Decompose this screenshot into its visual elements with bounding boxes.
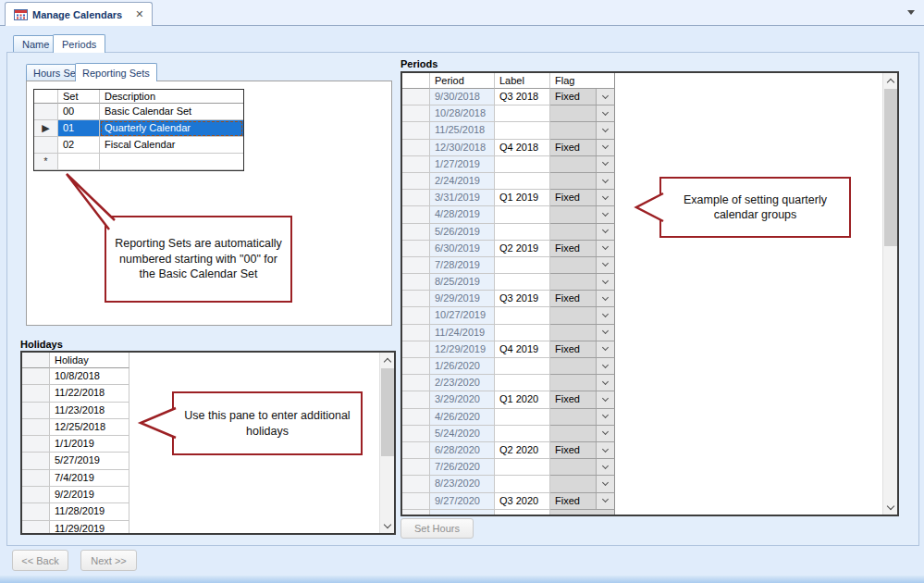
description-cell[interactable]: Fiscal Calendar xyxy=(100,137,243,154)
flag-dropdown-button[interactable] xyxy=(596,140,614,155)
period-cell[interactable]: 9/30/2018 xyxy=(430,89,495,105)
row-selector[interactable] xyxy=(402,426,430,442)
description-cell[interactable]: Quarterly Calendar xyxy=(100,120,243,137)
flag-dropdown-button[interactable] xyxy=(596,173,614,189)
flag-dropdown-button[interactable] xyxy=(596,122,614,138)
row-selector[interactable] xyxy=(402,325,430,341)
flag-cell[interactable]: Fixed xyxy=(550,190,615,206)
row-selector[interactable] xyxy=(402,241,430,257)
row-selector[interactable] xyxy=(402,307,430,324)
row-selector[interactable] xyxy=(402,105,430,122)
set-hours-button[interactable]: Set Hours xyxy=(400,518,474,539)
flag-dropdown-button[interactable] xyxy=(596,274,614,290)
column-header-label[interactable]: Label xyxy=(495,73,550,89)
tab-name[interactable]: Name xyxy=(13,35,58,52)
period-cell[interactable]: 7/26/2020 xyxy=(430,459,495,476)
scroll-up-button[interactable] xyxy=(883,73,898,88)
label-cell[interactable]: Q2 2020 xyxy=(495,442,550,459)
tab-overflow-icon[interactable] xyxy=(907,10,915,15)
row-selector[interactable] xyxy=(22,419,50,436)
row-selector[interactable] xyxy=(402,442,430,459)
flag-cell[interactable] xyxy=(550,426,615,442)
holiday-cell[interactable]: 12/25/2018 xyxy=(50,419,129,436)
column-header-holiday[interactable]: Holiday xyxy=(50,353,129,368)
label-cell[interactable] xyxy=(495,325,550,341)
row-selector[interactable] xyxy=(402,459,430,476)
label-cell[interactable] xyxy=(495,206,550,223)
flag-dropdown-button[interactable] xyxy=(596,426,614,441)
period-cell[interactable]: 11/25/2018 xyxy=(430,122,495,139)
period-cell[interactable]: 6/30/2019 xyxy=(430,241,495,257)
holiday-cell[interactable]: 10/8/2018 xyxy=(50,368,129,385)
row-selector[interactable] xyxy=(402,274,430,291)
holiday-cell[interactable]: 7/4/2019 xyxy=(50,470,129,487)
label-cell[interactable] xyxy=(495,274,550,291)
row-selector[interactable] xyxy=(402,206,430,223)
period-cell[interactable]: 4/26/2020 xyxy=(430,409,495,426)
period-cell[interactable]: 12/29/2019 xyxy=(430,341,495,358)
flag-dropdown-button[interactable] xyxy=(596,89,614,105)
period-cell[interactable]: 11/24/2019 xyxy=(430,325,495,341)
holiday-cell[interactable]: 5/27/2019 xyxy=(50,453,129,469)
flag-cell[interactable]: Fixed xyxy=(550,140,615,156)
period-cell[interactable]: 5/26/2019 xyxy=(430,224,495,241)
flag-dropdown-button[interactable] xyxy=(596,375,614,391)
holiday-cell[interactable]: 1/1/2019 xyxy=(50,436,129,453)
row-selector[interactable] xyxy=(402,122,430,139)
holiday-cell[interactable]: 9/2/2019 xyxy=(50,487,129,503)
flag-cell[interactable] xyxy=(550,459,615,476)
row-selector[interactable] xyxy=(402,493,430,510)
flag-cell[interactable] xyxy=(550,409,615,426)
column-header-flag[interactable]: Flag xyxy=(550,73,615,89)
label-cell[interactable] xyxy=(495,257,550,274)
flag-dropdown-button[interactable] xyxy=(596,493,614,509)
flag-cell[interactable] xyxy=(550,206,615,223)
holiday-cell[interactable]: 11/22/2018 xyxy=(50,385,129,402)
tab-periods[interactable]: Periods xyxy=(53,34,105,53)
set-cell[interactable] xyxy=(58,154,100,170)
flag-cell[interactable] xyxy=(550,358,615,375)
row-selector[interactable] xyxy=(402,291,430,307)
row-selector[interactable] xyxy=(402,375,430,391)
label-cell[interactable] xyxy=(495,224,550,241)
flag-dropdown-button[interactable] xyxy=(596,409,614,425)
flag-cell[interactable] xyxy=(550,476,615,492)
label-cell[interactable] xyxy=(495,122,550,139)
scroll-up-button[interactable] xyxy=(380,353,395,367)
flag-cell[interactable] xyxy=(550,307,615,324)
row-selector[interactable] xyxy=(22,403,50,419)
period-cell[interactable]: 8/25/2019 xyxy=(430,274,495,291)
flag-dropdown-button[interactable] xyxy=(596,190,614,205)
flag-cell[interactable] xyxy=(550,375,615,391)
row-selector[interactable] xyxy=(402,257,430,274)
row-selector[interactable] xyxy=(22,453,50,469)
flag-cell[interactable] xyxy=(550,105,615,122)
label-cell[interactable] xyxy=(495,426,550,442)
period-cell[interactable]: 2/24/2019 xyxy=(430,173,495,190)
row-selector[interactable] xyxy=(402,190,430,206)
flag-cell[interactable]: Fixed xyxy=(550,291,615,307)
flag-cell[interactable] xyxy=(550,173,615,190)
flag-dropdown-button[interactable] xyxy=(596,358,614,374)
row-selector[interactable] xyxy=(402,156,430,173)
flag-cell[interactable]: Fixed xyxy=(550,391,615,408)
period-cell[interactable]: 2/23/2020 xyxy=(430,375,495,391)
label-cell[interactable]: Q1 2019 xyxy=(495,190,550,206)
flag-dropdown-button[interactable] xyxy=(596,391,614,407)
row-selector[interactable] xyxy=(34,104,58,120)
row-selector[interactable] xyxy=(22,470,50,487)
holiday-cell[interactable]: 11/28/2019 xyxy=(50,503,129,520)
period-cell[interactable]: 1/27/2019 xyxy=(430,156,495,173)
flag-cell[interactable] xyxy=(550,325,615,341)
flag-cell[interactable]: Fixed xyxy=(550,89,615,105)
row-selector[interactable] xyxy=(22,521,50,535)
period-cell[interactable]: 3/31/2019 xyxy=(430,190,495,206)
back-button[interactable]: << Back xyxy=(12,550,68,571)
new-row-icon[interactable]: * xyxy=(34,154,58,170)
set-cell[interactable]: 00 xyxy=(58,104,100,120)
row-selector[interactable] xyxy=(402,476,430,492)
scrollbar-thumb[interactable] xyxy=(381,368,394,456)
row-selector[interactable] xyxy=(402,89,430,105)
flag-dropdown-button[interactable] xyxy=(596,224,614,240)
flag-dropdown-button[interactable] xyxy=(596,442,614,458)
